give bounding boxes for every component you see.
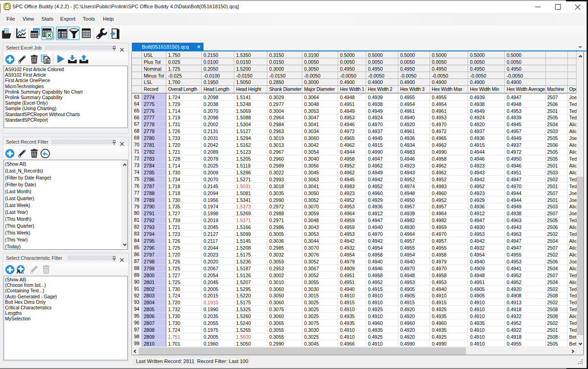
svg-text:A..: A.. (17, 268, 24, 275)
